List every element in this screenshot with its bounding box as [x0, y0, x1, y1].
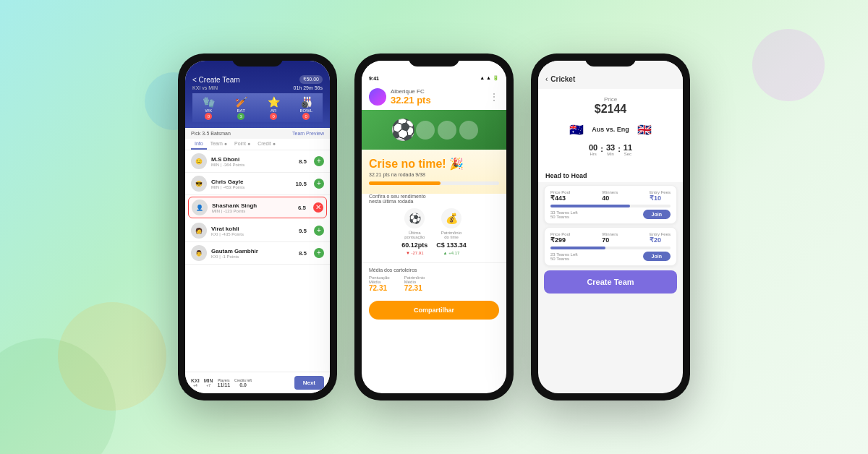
p1-player-pts: 10.5: [295, 181, 307, 187]
p2-stat-value: C$ 133.34: [436, 241, 467, 249]
p1-add-button[interactable]: +: [314, 179, 324, 189]
p2-media-section: Média dos cartoleiros PontuaçãoMédia 72.…: [362, 262, 506, 296]
p1-tabs: Info Team ● Point ● Credit ●: [185, 139, 330, 150]
p2-media-pontuacao: PontuaçãoMédia 72.31: [369, 275, 390, 292]
p3-entry-value-2: ₹20: [650, 236, 671, 244]
p2-time: 9:41: [369, 76, 379, 81]
p2-media-value: 72.31: [404, 284, 425, 292]
p2-share-button[interactable]: Compartilhar: [369, 301, 499, 320]
p1-role-bat[interactable]: 🏏 BAT 3: [235, 96, 247, 120]
p1-player-row[interactable]: 👨 Gautam Gambhir KXI | -1 Points 8.5 +: [185, 242, 330, 265]
p3-entry-value: ₹10: [650, 194, 671, 202]
p3-join-button-2[interactable]: Join: [643, 252, 671, 261]
p1-player-row-selected[interactable]: 👤 Shashank Singh MIN | -123 Points 6.5 ✕: [188, 197, 327, 218]
p1-tab-team[interactable]: Team ●: [207, 139, 231, 150]
p3-timer-min: 33 Min: [606, 143, 615, 156]
p3-winners-group-2: Winners 70: [602, 232, 618, 244]
p1-player-avatar: 👤: [192, 200, 208, 215]
p3-vs-text: Aus vs. Eng: [592, 126, 629, 133]
p1-player-team: KXI | -1 Points: [211, 254, 294, 259]
p1-next-button[interactable]: Next: [294, 376, 324, 390]
p1-tab-point[interactable]: Point ●: [231, 139, 254, 150]
p3-pool-group: Price Pool ₹443: [550, 190, 570, 202]
p1-player-team: KXI | -435 Points: [211, 232, 294, 236]
p1-player-name: Virat kohli: [211, 226, 294, 232]
p2-club-info: Alberique FC 32.21 pts: [391, 88, 485, 106]
p1-tab-info[interactable]: Info: [191, 139, 207, 150]
p1-player-row[interactable]: 😎 Chris Gayle MIN | -453 Points 10.5 +: [185, 173, 330, 195]
p3-winners-value: 40: [602, 194, 618, 202]
p2-celebrate-title: Crise no time! 🎉: [369, 157, 499, 171]
p1-player-team: MIN | -123 Points: [212, 209, 294, 213]
p2-progress-fill: [369, 181, 441, 185]
p3-match-card: Price $2144 🇦🇺 Aus vs. Eng 🇬🇧 00 Hrs : 3…: [538, 89, 683, 168]
p3-section-title: Head to Head: [538, 168, 683, 182]
p3-teams-left-2: 23 Teams Left: [550, 252, 578, 257]
p3-flag-eng: 🇬🇧: [635, 120, 654, 139]
p3-winners-value-2: 70: [602, 236, 618, 244]
p1-back-button[interactable]: < Create Team: [192, 76, 240, 84]
p2-media-label: PontuaçãoMédia: [369, 275, 390, 284]
p3-progress-fill-2: [550, 247, 605, 249]
p3-timer-sep1: :: [600, 145, 603, 153]
p3-timer-hrs: 00 Hrs: [589, 143, 597, 156]
p1-pick-text: Pick 3-5 Batsman: [191, 131, 231, 136]
p2-signal-icons: ▲ ▲ 🔋: [480, 75, 499, 81]
p2-media-value: 72.31: [369, 284, 390, 292]
p1-preview-link[interactable]: Team Preview: [292, 131, 324, 136]
p1-footer-teams: KXI +4 MIN +7 Players 11/11 Credits left…: [191, 378, 252, 387]
p1-player-avatar: 🧑: [191, 223, 207, 239]
p1-player-row[interactable]: 😐 M.S Dhoni MIN | -364 Points 8.5 +: [185, 150, 330, 173]
p1-role-ar[interactable]: ⭐ AR 0: [268, 96, 280, 120]
p1-min-count: +7: [206, 383, 210, 387]
p1-credits-val: 0.0: [239, 382, 247, 387]
p2-header: Alberique FC 32.21 pts ⋮: [362, 84, 506, 110]
p1-footer-players: Players 11/11: [218, 378, 231, 387]
p2-stat-change-pos: ▲ +4.17: [443, 251, 460, 255]
p1-match: KXI vs MIN: [192, 85, 218, 90]
p3-create-team-button[interactable]: Create Team: [544, 270, 677, 294]
p1-wallet: ₹50.00: [299, 75, 323, 84]
p3-back-button[interactable]: ‹: [545, 75, 548, 83]
p1-player-name: Gautam Gambhir: [211, 248, 294, 254]
p1-player-info: Virat kohli KXI | -435 Points: [211, 226, 294, 236]
phone-1: < Create Team ₹50.00 KXI vs MIN 01h 29m …: [178, 53, 337, 401]
p2-soccer-icon: ⚽: [404, 208, 425, 228]
p1-tab-credit[interactable]: Credit ●: [254, 139, 279, 150]
p1-min-val: MIN: [204, 378, 213, 383]
p1-player-pts: 9.5: [299, 228, 307, 234]
phone-3-screen: ‹ Cricket Price $2144 🇦🇺 Aus vs. Eng 🇬🇧 …: [538, 61, 683, 393]
p3-teams-row: 🇦🇺 Aus vs. Eng 🇬🇧: [567, 120, 654, 139]
p3-progress-bar-2: [550, 247, 671, 249]
p1-header: < Create Team ₹50.00 KXI vs MIN 01h 29m …: [185, 61, 330, 128]
p1-player-team: MIN | -453 Points: [211, 185, 291, 189]
p3-entry-group-2: Entry Fees ₹20: [650, 232, 671, 244]
p2-stat-patrimonio: 💰 Patrimôniodo time C$ 133.34 ▲ +4.17: [436, 208, 467, 255]
p1-role-wk[interactable]: 🧤 WK 0: [203, 96, 215, 120]
p3-contest-card-1: Price Pool ₹443 Winners 40 Entry Fees ₹1…: [544, 185, 677, 224]
p3-pool-value: ₹443: [550, 194, 570, 202]
p2-more-icon[interactable]: ⋮: [489, 91, 499, 103]
p1-add-button[interactable]: +: [314, 226, 324, 236]
p3-flag-aus: 🇦🇺: [567, 120, 586, 139]
p3-pool-value-2: ₹299: [550, 236, 570, 244]
p1-add-button[interactable]: +: [314, 156, 324, 166]
p1-player-name: Chris Gayle: [211, 179, 291, 185]
p2-club-avatar: [369, 88, 386, 106]
p1-footer-credits: Credits left 0.0: [234, 378, 252, 387]
p1-player-info: Chris Gayle MIN | -453 Points: [211, 179, 291, 189]
p1-player-avatar: 😎: [191, 176, 207, 192]
p3-join-button-1[interactable]: Join: [643, 210, 671, 219]
p2-club-pts: 32.21 pts: [391, 95, 485, 106]
p2-team-banner: ⚽: [362, 110, 506, 150]
p2-club-name: Alberique FC: [391, 88, 485, 95]
p1-player-pts: 8.5: [299, 250, 307, 257]
p1-role-bowl[interactable]: 🎳 BOWL 0: [299, 96, 312, 120]
p1-roles-bar: 🧤 WK 0 🏏 BAT 3 ⭐ AR 0 🎳 BOWL 0: [192, 93, 323, 122]
p1-player-row[interactable]: 🧑 Virat kohli KXI | -435 Points 9.5 +: [185, 220, 330, 242]
p3-total-teams: 50 Teams: [550, 215, 578, 219]
p1-add-button[interactable]: +: [314, 248, 324, 258]
p1-remove-button[interactable]: ✕: [313, 202, 323, 213]
p3-progress-fill-1: [550, 205, 630, 207]
p3-contest-bottom-1: 33 Teams Left 50 Teams Join: [550, 210, 671, 219]
